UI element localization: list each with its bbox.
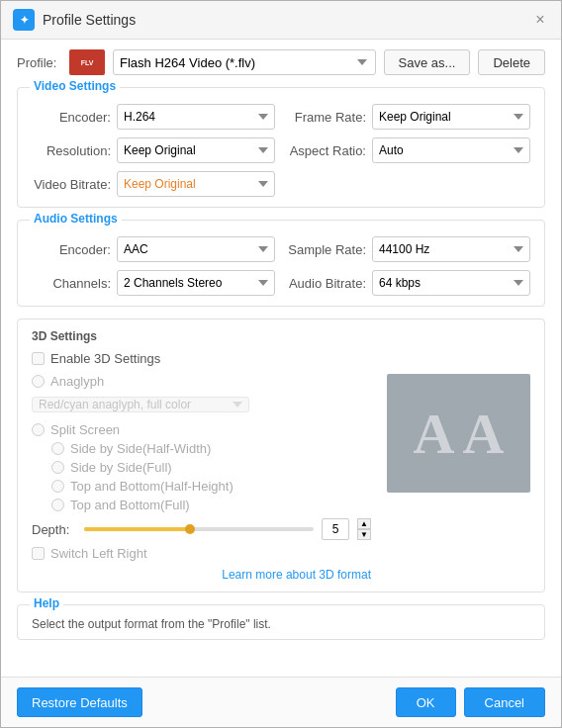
save-as-button[interactable]: Save as... <box>384 49 471 75</box>
3d-settings-title: 3D Settings <box>32 329 530 343</box>
sample-rate-select[interactable]: 44100 Hz <box>372 236 530 262</box>
top-full-radio[interactable] <box>51 499 64 511</box>
3d-preview-box: A A <box>387 374 530 493</box>
audio-settings-section: Audio Settings Encoder: AAC Sample Rate:… <box>17 220 545 307</box>
sub-option-3-label: Top and Bottom(Full) <box>70 498 190 512</box>
anaglyph-radio-row: Anaglyph <box>32 374 371 389</box>
depth-slider-track <box>84 527 314 531</box>
split-screen-label: Split Screen <box>50 422 120 437</box>
help-section: Help Select the output format from the "… <box>17 604 545 640</box>
learn-more-link[interactable]: Learn more about 3D format <box>222 568 371 582</box>
aspect-ratio-row: Aspect Ratio: Auto <box>287 137 530 163</box>
anaglyph-radio[interactable] <box>32 375 45 388</box>
footer-buttons: OK Cancel <box>396 687 545 717</box>
sub-option-3: Top and Bottom(Full) <box>51 498 371 512</box>
video-bitrate-select[interactable]: Keep Original <box>117 171 275 197</box>
depth-label: Depth: <box>32 522 76 537</box>
split-screen-radio-row: Split Screen <box>32 422 371 437</box>
depth-slider-container[interactable] <box>84 521 314 537</box>
profile-settings-window: ✦ Profile Settings × Profile: FLV Flash … <box>0 0 562 728</box>
help-title: Help <box>30 596 63 610</box>
video-settings-section: Video Settings Encoder: H.264 Frame Rate… <box>17 87 545 208</box>
audio-bitrate-select[interactable]: 64 kbps <box>372 270 530 296</box>
sub-option-1-label: Side by Side(Full) <box>70 460 172 475</box>
close-button[interactable]: × <box>531 11 549 29</box>
top-half-radio[interactable] <box>51 480 64 493</box>
aa-preview: A A <box>414 401 505 467</box>
depth-slider-fill <box>84 527 187 531</box>
switch-lr-checkbox[interactable] <box>32 547 45 560</box>
enable-3d-row: Enable 3D Settings <box>32 351 530 366</box>
audio-settings-grid: Encoder: AAC Sample Rate: 44100 Hz Chann… <box>32 236 530 296</box>
video-settings-grid: Encoder: H.264 Frame Rate: Keep Original… <box>32 104 530 197</box>
restore-defaults-button[interactable]: Restore Defaults <box>17 687 142 717</box>
depth-up-button[interactable]: ▲ <box>357 518 371 529</box>
depth-down-button[interactable]: ▼ <box>357 529 371 540</box>
audio-encoder-row: Encoder: AAC <box>32 236 275 262</box>
profile-row: Profile: FLV Flash H264 Video (*.flv) Sa… <box>17 49 545 75</box>
main-content: Profile: FLV Flash H264 Video (*.flv) Sa… <box>1 40 561 677</box>
sub-options-group: Side by Side(Half-Width) Side by Side(Fu… <box>32 441 371 512</box>
audio-bitrate-label: Audio Bitrate: <box>287 276 366 291</box>
enable-3d-checkbox[interactable] <box>32 352 45 365</box>
audio-encoder-label: Encoder: <box>32 242 111 257</box>
profile-select[interactable]: Flash H264 Video (*.flv) <box>113 49 376 75</box>
depth-row: Depth: 5 ▲ ▼ <box>32 518 371 540</box>
enable-3d-label: Enable 3D Settings <box>50 351 160 366</box>
encoder-row: Encoder: H.264 <box>32 104 275 130</box>
ok-button[interactable]: OK <box>396 687 456 717</box>
sub-option-2: Top and Bottom(Half-Height) <box>51 479 371 494</box>
resolution-row: Resolution: Keep Original <box>32 137 275 163</box>
resolution-label: Resolution: <box>32 143 111 158</box>
anaglyph-type-select[interactable]: Red/cyan anaglyph, full color <box>32 397 249 412</box>
frame-rate-row: Frame Rate: Keep Original <box>287 104 530 130</box>
aspect-ratio-label: Aspect Ratio: <box>287 143 366 158</box>
encoder-label: Encoder: <box>32 110 111 125</box>
side-half-radio[interactable] <box>51 442 64 455</box>
preview-letter-2: A <box>463 401 505 467</box>
delete-button[interactable]: Delete <box>478 49 545 75</box>
anaglyph-group: Anaglyph Red/cyan anaglyph, full color S… <box>32 374 371 512</box>
profile-format-icon: FLV <box>69 49 105 75</box>
title-bar-left: ✦ Profile Settings <box>13 9 136 31</box>
app-icon: ✦ <box>13 9 35 31</box>
help-text: Select the output format from the "Profi… <box>32 617 530 631</box>
aspect-ratio-select[interactable]: Auto <box>372 137 530 163</box>
split-screen-radio[interactable] <box>32 423 45 436</box>
footer: Restore Defaults OK Cancel <box>1 677 561 727</box>
sub-option-0: Side by Side(Half-Width) <box>51 441 371 456</box>
channels-select[interactable]: 2 Channels Stereo <box>117 270 275 296</box>
cancel-button[interactable]: Cancel <box>464 687 545 717</box>
audio-settings-title: Audio Settings <box>30 212 122 226</box>
audio-encoder-select[interactable]: AAC <box>117 236 275 262</box>
3d-layout: Anaglyph Red/cyan anaglyph, full color S… <box>32 374 530 582</box>
sub-option-2-label: Top and Bottom(Half-Height) <box>70 479 234 494</box>
anaglyph-label: Anaglyph <box>50 374 104 389</box>
channels-row: Channels: 2 Channels Stereo <box>32 270 275 296</box>
3d-left-panel: Anaglyph Red/cyan anaglyph, full color S… <box>32 374 371 582</box>
video-settings-title: Video Settings <box>30 79 120 93</box>
resolution-select[interactable]: Keep Original <box>117 137 275 163</box>
sample-rate-label: Sample Rate: <box>287 242 366 257</box>
sub-option-0-label: Side by Side(Half-Width) <box>70 441 211 456</box>
sub-option-1: Side by Side(Full) <box>51 460 371 475</box>
sample-rate-row: Sample Rate: 44100 Hz <box>287 236 530 262</box>
channels-label: Channels: <box>32 276 111 291</box>
preview-letter-1: A <box>414 401 455 467</box>
side-full-radio[interactable] <box>51 461 64 474</box>
audio-bitrate-row: Audio Bitrate: 64 kbps <box>287 270 530 296</box>
depth-value: 5 <box>322 518 349 540</box>
title-bar: ✦ Profile Settings × <box>1 1 561 40</box>
encoder-select[interactable]: H.264 <box>117 104 275 130</box>
switch-lr-label: Switch Left Right <box>50 546 147 561</box>
depth-spinner: ▲ ▼ <box>357 518 371 540</box>
video-bitrate-row: Video Bitrate: Keep Original <box>32 171 275 197</box>
switch-lr-row: Switch Left Right <box>32 546 371 561</box>
video-bitrate-label: Video Bitrate: <box>32 177 111 192</box>
frame-rate-select[interactable]: Keep Original <box>372 104 530 130</box>
frame-rate-label: Frame Rate: <box>287 110 366 125</box>
window-title: Profile Settings <box>43 12 136 28</box>
profile-label: Profile: <box>17 55 61 70</box>
depth-slider-thumb[interactable] <box>185 524 195 534</box>
learn-more-row: Learn more about 3D format <box>32 567 371 582</box>
